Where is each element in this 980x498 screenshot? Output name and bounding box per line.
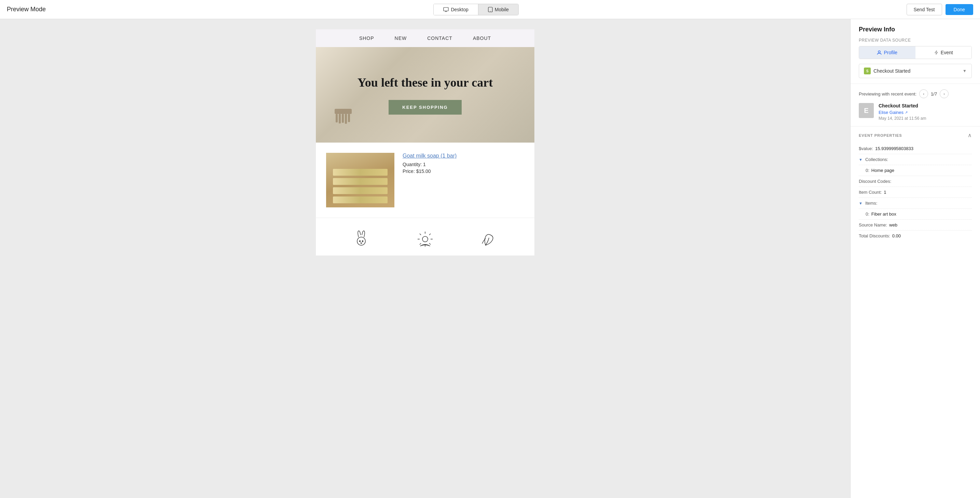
top-bar-actions: Send Test Done [907,4,973,15]
soap-visual [326,153,395,208]
event-timestamp: May 14, 2021 at 11:56 am [878,116,926,121]
svg-rect-8 [342,114,344,123]
nav-about[interactable]: ABOUT [473,35,491,41]
preview-mode-title: Preview Mode [7,6,46,13]
product-info: Goat milk soap (1 bar) Quantity: 1 Price… [402,153,524,175]
collections-expand-icon[interactable]: ▼ [859,158,862,162]
svg-line-21 [429,234,431,235]
svg-line-20 [429,243,431,244]
keep-shopping-button[interactable]: KEEP SHOPPING [388,100,461,114]
profile-icon [877,50,882,55]
hero-decoration-comb [333,107,353,136]
footer-icons [316,217,535,255]
prop-row-value: $value: 15.9399995803833 [859,143,972,154]
event-properties-header: EVENT PROPERTIES ∧ [859,132,972,138]
desktop-button[interactable]: Desktop [434,4,478,15]
event-dropdown[interactable]: S Checkout Started ▼ [859,64,972,78]
svg-rect-6 [336,114,338,122]
event-source-button[interactable]: Event [915,46,972,59]
svg-rect-9 [345,114,347,124]
shopify-icon: S [864,68,871,75]
svg-point-11 [357,237,365,245]
chevron-down-icon: ▼ [963,68,967,73]
product-section: Goat milk soap (1 bar) Quantity: 1 Price… [316,143,535,217]
email-wrapper: SHOP NEW CONTACT ABOUT You left these in… [316,29,535,255]
svg-rect-7 [339,114,341,124]
send-test-button[interactable]: Send Test [907,4,942,15]
profile-source-button[interactable]: Profile [859,46,915,59]
items-expand-icon[interactable]: ▼ [859,201,862,205]
prop-row-source-name: Source Name: web [859,220,972,231]
external-link-icon: ↗ [905,111,908,114]
event-dropdown-left: S Checkout Started [864,68,910,75]
soap-bar-2 [333,178,388,185]
prop-row-discount-codes: Discount Codes: [859,176,972,187]
product-image [326,153,395,208]
soap-bar-3 [333,187,388,194]
event-person-link[interactable]: Elise Gaines ↗ [878,110,926,115]
data-source-label: Preview data source [859,38,972,43]
soap-bar-1 [333,169,388,176]
svg-line-19 [420,234,421,235]
footer-icon-rabbit [351,228,372,249]
svg-rect-10 [348,114,350,122]
prev-event-button[interactable]: ‹ [919,89,928,98]
product-name[interactable]: Goat milk soap (1 bar) [402,153,524,159]
email-nav: SHOP NEW CONTACT ABOUT [316,29,535,47]
right-panel: Preview Info Preview data source Profile… [850,19,980,498]
product-quantity: Quantity: 1 [402,162,524,167]
footer-icon-sun [415,228,435,249]
event-card: E Checkout Started Elise Gaines ↗ May 14… [859,103,972,121]
next-event-button[interactable]: › [940,89,948,98]
collapse-properties-button[interactable]: ∧ [968,132,972,138]
event-avatar: E [859,103,874,118]
svg-rect-0 [444,8,448,11]
prop-row-collections: ▼ Collections: [859,154,972,165]
device-toggle: Desktop Mobile [433,4,519,15]
nav-new[interactable]: NEW [395,35,407,41]
svg-point-14 [422,236,428,242]
svg-point-12 [360,241,361,242]
svg-point-13 [362,241,363,242]
event-name: Checkout Started [878,103,926,108]
mobile-button[interactable]: Mobile [478,4,518,15]
event-details: Checkout Started Elise Gaines ↗ May 14, … [878,103,926,121]
done-button[interactable]: Done [945,4,973,15]
preview-recent-label: Previewing with recent event: ‹ 1/7 › [859,89,972,98]
nav-shop[interactable]: SHOP [359,35,374,41]
pagination-display: 1/7 [931,91,937,97]
footer-icon-leaf [479,228,499,249]
svg-line-22 [420,243,421,244]
hero-headline: You left these in your cart [358,75,493,90]
event-props-title: EVENT PROPERTIES [859,133,902,138]
event-properties-section: EVENT PROPERTIES ∧ $value: 15.9399995803… [851,127,980,247]
prop-row-collections-0: 0: Home page [859,165,972,176]
source-toggle: Profile Event [859,46,972,59]
prop-row-items: ▼ Items: [859,198,972,209]
top-bar: Preview Mode Desktop Mobile Send Test Do… [0,0,980,19]
lightning-icon [934,50,939,55]
soap-bar-4 [333,197,388,203]
panel-header: Preview Info Preview data source Profile… [851,19,980,84]
mobile-icon [488,7,493,12]
desktop-icon [443,7,449,12]
hero-section: You left these in your cart KEEP SHOPPIN… [316,47,535,143]
prop-row-items-0: 0: Fiber art box [859,209,972,220]
product-price: Price: $15.00 [402,168,524,174]
svg-rect-5 [335,109,352,114]
preview-area: SHOP NEW CONTACT ABOUT You left these in… [0,19,850,498]
panel-title: Preview Info [859,26,972,33]
prop-row-item-count: Item Count: 1 [859,187,972,198]
main-layout: SHOP NEW CONTACT ABOUT You left these in… [0,19,980,498]
prop-row-total-discounts: Total Discounts: 0.00 [859,231,972,241]
preview-info-section: Previewing with recent event: ‹ 1/7 › E … [851,84,980,127]
svg-point-4 [490,11,491,12]
nav-contact[interactable]: CONTACT [427,35,452,41]
svg-point-23 [878,51,880,53]
